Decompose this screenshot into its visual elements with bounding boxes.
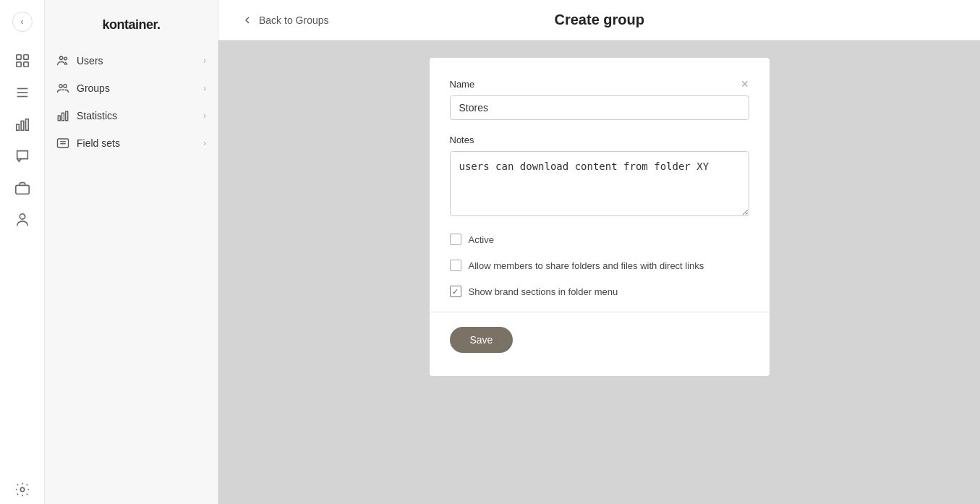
list-icon[interactable] xyxy=(8,78,37,107)
sidebar-item-statistics-label: Statistics xyxy=(77,110,117,121)
chat-icon[interactable] xyxy=(8,142,37,171)
brand-label: Show brand sections in folder menu xyxy=(469,286,618,297)
sidebar-item-fieldsets-label: Field sets xyxy=(77,137,120,149)
sidebar-item-groups[interactable]: Groups › xyxy=(45,74,218,102)
svg-point-11 xyxy=(20,214,25,219)
person-icon[interactable] xyxy=(8,205,37,234)
gear-icon[interactable] xyxy=(8,475,37,504)
svg-rect-20 xyxy=(58,139,69,148)
create-group-form: Name ✕ Notes Active Allow members t xyxy=(430,58,770,376)
groups-chevron: › xyxy=(203,83,206,93)
svg-rect-7 xyxy=(16,124,19,130)
name-input[interactable] xyxy=(450,95,749,120)
svg-rect-9 xyxy=(25,119,28,131)
chart-icon[interactable] xyxy=(8,110,37,139)
share-label: Allow members to share folders and files… xyxy=(469,260,704,271)
back-arrow-icon xyxy=(242,14,253,26)
content-area: Name ✕ Notes Active Allow members t xyxy=(218,40,980,504)
logo-text: kontainer. xyxy=(102,17,160,33)
logo: kontainer. xyxy=(45,9,218,47)
svg-point-12 xyxy=(20,487,25,492)
form-divider xyxy=(430,312,770,312)
sidebar-item-fieldsets[interactable]: Field sets › xyxy=(45,129,218,157)
svg-rect-19 xyxy=(66,111,68,121)
name-label: Name ✕ xyxy=(450,78,749,90)
svg-rect-10 xyxy=(15,185,28,194)
sidebar-item-groups-label: Groups xyxy=(77,82,110,94)
svg-point-15 xyxy=(59,85,63,88)
sidebar-item-users-label: Users xyxy=(77,55,103,67)
back-label: Back to Groups xyxy=(259,14,329,26)
name-clear-button[interactable]: ✕ xyxy=(741,78,749,90)
icon-rail: ‹ xyxy=(0,0,45,504)
brand-checkbox-group: Show brand sections in folder menu xyxy=(450,286,749,297)
header: Back to Groups Create group xyxy=(218,0,980,40)
svg-rect-1 xyxy=(23,55,27,59)
collapse-button[interactable]: ‹ xyxy=(12,12,33,32)
svg-rect-18 xyxy=(62,113,64,121)
active-label: Active xyxy=(469,234,494,245)
statistics-chevron: › xyxy=(203,111,206,121)
notes-textarea[interactable] xyxy=(450,151,749,216)
save-button[interactable]: Save xyxy=(450,327,514,353)
svg-rect-3 xyxy=(23,62,27,67)
users-chevron: › xyxy=(203,56,206,66)
sidebar-item-users[interactable]: Users › xyxy=(45,47,218,74)
page-title: Create group xyxy=(555,12,644,28)
share-checkbox[interactable] xyxy=(450,260,461,271)
sidebar: kontainer. Users › Groups › xyxy=(45,0,218,504)
briefcase-icon[interactable] xyxy=(8,174,37,202)
svg-point-16 xyxy=(64,85,67,88)
notes-field-group: Notes xyxy=(450,134,749,219)
active-checkbox[interactable] xyxy=(450,234,461,245)
svg-rect-17 xyxy=(58,116,60,121)
notes-label: Notes xyxy=(450,134,749,145)
svg-rect-2 xyxy=(16,62,20,67)
back-to-groups[interactable]: Back to Groups xyxy=(242,14,329,26)
svg-point-13 xyxy=(60,56,64,60)
svg-point-14 xyxy=(64,57,67,60)
svg-rect-0 xyxy=(16,55,20,59)
name-field-group: Name ✕ xyxy=(450,78,749,120)
grid-icon[interactable] xyxy=(8,46,37,75)
active-checkbox-group: Active xyxy=(450,234,749,245)
sidebar-item-statistics[interactable]: Statistics › xyxy=(45,102,218,129)
main-area: Back to Groups Create group Name ✕ Notes xyxy=(218,0,980,504)
share-checkbox-group: Allow members to share folders and files… xyxy=(450,260,749,271)
brand-checkbox[interactable] xyxy=(450,286,461,297)
fieldsets-chevron: › xyxy=(203,138,206,148)
svg-rect-8 xyxy=(21,121,24,130)
